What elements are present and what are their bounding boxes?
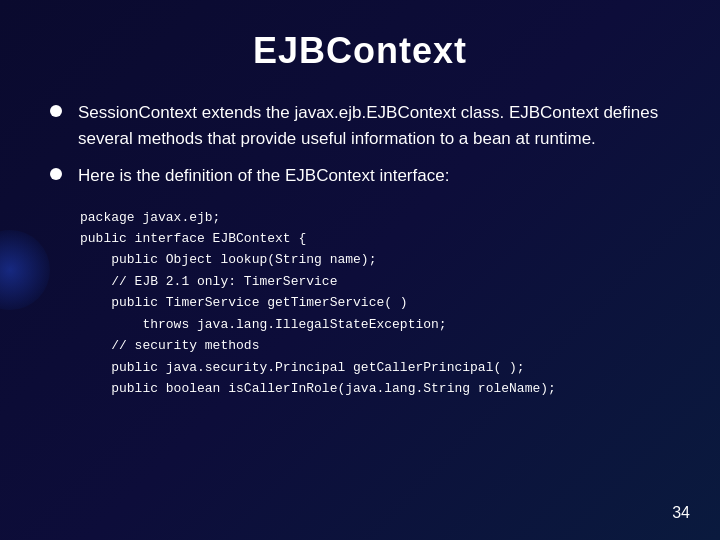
code-line-6: // EJB 2.1 only: TimerService [80,271,670,292]
bullet-text-1: SessionContext extends the javax.ejb.EJB… [78,100,670,151]
bullet-list: SessionContext extends the javax.ejb.EJB… [50,100,670,189]
bullet-dot-1 [50,105,62,117]
code-line-2: public interface EJBContext { [80,228,670,249]
code-line-10: // security methods [80,335,670,356]
code-line-4: public Object lookup(String name); [80,249,670,270]
code-block: package javax.ejb; public interface EJBC… [50,207,670,400]
code-line-7: public TimerService getTimerService( ) [80,292,670,313]
code-line-1: package javax.ejb; [80,207,670,228]
slide: EJBContext SessionContext extends the ja… [0,0,720,540]
page-number: 34 [672,504,690,522]
bullet-item-1: SessionContext extends the javax.ejb.EJB… [50,100,670,151]
decorative-orb [0,230,50,310]
code-line-12: public boolean isCallerInRole(java.lang.… [80,378,670,399]
bullet-dot-2 [50,168,62,180]
code-line-8: throws java.lang.IllegalStateException; [80,314,670,335]
code-line-11: public java.security.Principal getCaller… [80,357,670,378]
slide-title: EJBContext [50,30,670,72]
bullet-item-2: Here is the definition of the EJBContext… [50,163,670,189]
bullet-text-2: Here is the definition of the EJBContext… [78,163,449,189]
